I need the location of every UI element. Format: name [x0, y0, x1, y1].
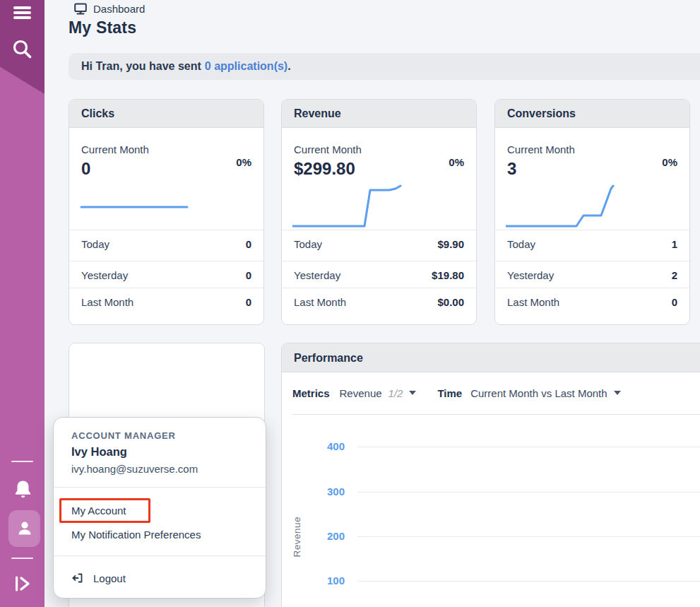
row-label: Today: [507, 238, 535, 250]
metric-selector-dropdown[interactable]: Revenue 1/2: [340, 387, 417, 399]
stat-row: Last Month 0: [495, 288, 689, 316]
metric-percent: 0%: [449, 156, 464, 168]
period-label: Current Month: [294, 143, 362, 155]
applications-banner: Hi Tran, you have sent 0 application(s) …: [69, 53, 700, 80]
menu-item-logout[interactable]: Logout: [71, 572, 126, 584]
bell-icon[interactable]: [13, 479, 33, 500]
collapse-sidebar-icon[interactable]: [13, 574, 32, 594]
sparkline-chart: [506, 176, 626, 232]
stat-row: Last Month $0.00: [282, 288, 476, 316]
row-value: $9.90: [437, 238, 464, 250]
sidebar-divider: [11, 558, 33, 559]
breadcrumb-label: Dashboard: [93, 3, 145, 15]
time-selected-value: Current Month vs Last Month: [470, 387, 607, 399]
metric-selected-value: Revenue: [340, 387, 382, 399]
row-label: Last Month: [507, 296, 559, 308]
gridline: [357, 581, 700, 582]
stat-row: Yesterday $19.80: [282, 261, 476, 289]
period-label: Current Month: [507, 143, 575, 155]
row-value: 1: [672, 238, 677, 250]
sparkline-chart: [292, 176, 413, 232]
metrics-label: Metrics: [292, 387, 330, 399]
account-manager-popup: ACCOUNT MANAGER Ivy Hoang ivy.hoang@suzu…: [53, 417, 266, 599]
gridline: [357, 447, 700, 447]
stat-row: Yesterday 2: [495, 261, 689, 289]
period-label: Current Month: [81, 143, 149, 155]
applications-link[interactable]: 0 application(s): [205, 60, 287, 73]
breadcrumb[interactable]: Dashboard: [74, 3, 145, 15]
stat-row: Last Month 0: [69, 288, 263, 316]
y-axis-tick: 400: [282, 439, 345, 454]
row-label: Last Month: [81, 296, 134, 308]
menu-item-notification-preferences[interactable]: My Notification Preferences: [71, 529, 201, 541]
logout-label: Logout: [93, 572, 126, 584]
row-value: 0: [246, 238, 251, 250]
metric-percent: 0%: [662, 156, 677, 168]
row-value: 0: [246, 296, 251, 308]
banner-suffix: .: [287, 60, 290, 73]
performance-title: Performance: [282, 343, 700, 372]
sidebar: [0, 0, 45, 607]
menu-item-my-account[interactable]: My Account: [71, 505, 126, 517]
popup-heading: ACCOUNT MANAGER: [71, 430, 176, 441]
account-manager-name: Ivy Hoang: [71, 445, 127, 459]
monitor-icon: [74, 3, 87, 15]
stat-row: Yesterday 0: [69, 261, 263, 289]
stat-row: Today 1: [495, 230, 689, 258]
row-value: $0.00: [437, 296, 464, 308]
y-axis-tick: 300: [282, 484, 345, 500]
row-label: Today: [294, 238, 322, 250]
row-label: Today: [81, 238, 109, 250]
stat-card-clicks: Clicks Current Month 0 0% Today 0 Yester…: [69, 99, 264, 325]
divider: [54, 487, 266, 488]
account-manager-email: ivy.hoang@suzuverse.com: [71, 463, 198, 475]
annotation-highlight-box: My Account: [59, 498, 150, 523]
row-label: Yesterday: [507, 269, 554, 281]
row-label: Last Month: [294, 296, 346, 308]
row-value: $19.80: [432, 269, 464, 281]
chevron-down-icon: [409, 391, 416, 395]
stat-row: Today $9.90: [282, 230, 476, 258]
gridline: [357, 536, 700, 537]
gridline: [357, 492, 700, 493]
row-value: 2: [672, 269, 677, 281]
divider: [292, 414, 700, 415]
row-value: 0: [246, 269, 251, 281]
sidebar-divider: [11, 461, 33, 462]
y-axis-tick: 100: [282, 573, 345, 589]
sparkline-chart: [80, 176, 200, 232]
page-title: My Stats: [69, 18, 136, 37]
row-label: Yesterday: [294, 269, 340, 281]
row-label: Yesterday: [81, 269, 128, 281]
performance-panel: Performance Metrics Revenue 1/2 Time Cur…: [281, 343, 700, 607]
time-selector-dropdown[interactable]: Current Month vs Last Month: [470, 387, 620, 399]
stat-card-conversions: Conversions Current Month 3 0% Today 1 Y…: [494, 99, 690, 325]
metric-percent: 0%: [236, 156, 251, 168]
y-axis-label: Revenue: [292, 517, 302, 558]
card-title: Conversions: [495, 100, 689, 128]
hamburger-menu-icon[interactable]: [13, 6, 31, 21]
logout-icon: [71, 572, 84, 584]
account-menu-button[interactable]: [8, 510, 40, 547]
stat-row: Today 0: [69, 230, 263, 258]
stat-card-revenue: Revenue Current Month $299.80 0% Today $…: [281, 99, 477, 325]
card-title: Revenue: [282, 100, 476, 128]
chevron-down-icon: [614, 391, 621, 395]
divider: [54, 555, 266, 556]
metric-page-indicator: 1/2: [388, 387, 403, 399]
card-title: Clicks: [69, 100, 263, 128]
search-icon[interactable]: [11, 38, 33, 60]
time-label: Time: [437, 387, 462, 399]
person-icon: [16, 520, 33, 537]
banner-text: Hi Tran, you have sent: [81, 60, 201, 73]
row-value: 0: [672, 296, 677, 308]
